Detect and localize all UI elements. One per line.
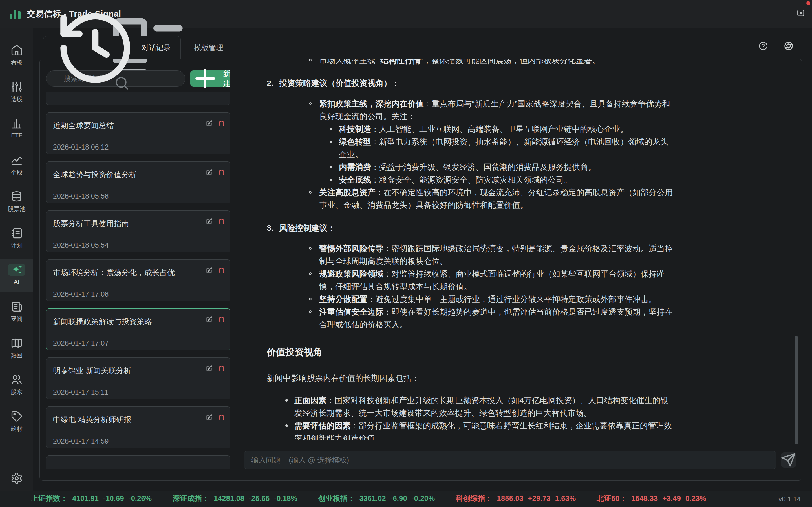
conversation-card[interactable]: 新闻联播政策解读与投资策略2026-01-17 17:07 [46, 308, 231, 350]
new-button-label: 新建 [223, 69, 231, 89]
chat-block-li-circle: 关注高股息资产：在不确定性较高的环境中，现金流充沛、分红记录稳定的高股息资产（如… [308, 186, 675, 212]
conversation-date: 2026-01-17 17:08 [53, 290, 223, 298]
sidebar-item-AI[interactable]: AI [0, 259, 33, 292]
conversation-card[interactable] [46, 455, 231, 469]
conversation-card[interactable]: 股票分析工具使用指南2026-01-18 05:54 [46, 210, 231, 252]
edit-icon[interactable] [206, 120, 213, 127]
chat-block-li-circle: 市场大概率主线 “结构性行情”，整体指数可能区间震荡，但内部板块分化显著。 [308, 59, 675, 67]
conversation-card[interactable]: 近期全球要闻总结2026-01-18 06:12 [46, 112, 231, 154]
new-conversation-button[interactable]: 新建 [190, 70, 231, 87]
conversation-card[interactable]: 明泰铝业 新闻关联分析2026-01-17 15:11 [46, 357, 231, 399]
plan-icon [8, 227, 26, 239]
delete-icon[interactable] [218, 169, 225, 176]
index-label: 深证成指： [172, 494, 209, 504]
conversation-date: 2026-01-17 15:11 [53, 388, 223, 396]
sidebar-item-热图[interactable]: 热图 [0, 332, 33, 365]
main-area: 对话记录 模板管理 新建 2026-01-18 06:13近期全球要闻总结202… [33, 28, 812, 491]
index-quote: 深证成指：14281.08-25.65-0.18% [172, 494, 297, 504]
sidebar-item-看板[interactable]: 看板 [0, 40, 33, 73]
notification-dot [806, 1, 810, 5]
delete-icon[interactable] [218, 365, 225, 372]
conversation-card[interactable]: 市场环境分析：震荡分化，成长占优2026-01-17 17:08 [46, 260, 231, 301]
news-icon [8, 300, 26, 313]
chat-block-li-square: 安全底线：粮食安全、能源资源安全、防灾减灾相关领域的公司。 [329, 173, 675, 186]
settings-button[interactable] [8, 472, 26, 485]
top-right-icons [758, 41, 794, 51]
send-button[interactable] [781, 452, 796, 467]
market-index-footer: 上证指数：4101.91-10.69-0.26%深证成指：14281.08-25… [0, 491, 812, 507]
edit-icon[interactable] [206, 267, 213, 274]
tab-label: 对话记录 [142, 43, 171, 53]
conversation-card[interactable]: 2026-01-18 06:13 [46, 92, 231, 105]
delete-icon[interactable] [218, 316, 225, 323]
conversation-title: 市场环境分析：震荡分化，成长占优 [53, 268, 223, 278]
edit-icon[interactable] [206, 316, 213, 323]
conversation-date: 2026-01-18 05:54 [53, 241, 223, 249]
sidebar-item-要闻[interactable]: 要闻 [0, 296, 33, 329]
theme-icon[interactable] [784, 41, 794, 51]
etf-icon [8, 117, 26, 129]
chat-scrollbar-thumb[interactable] [795, 336, 798, 445]
sidebar-item-label: ETF [11, 132, 22, 138]
bullet-marker [330, 141, 332, 143]
tab-content: 新建 2026-01-18 06:13近期全球要闻总结2026-01-18 06… [40, 59, 802, 481]
conversation-panel: 新建 2026-01-18 06:13近期全球要闻总结2026-01-18 06… [40, 59, 238, 480]
bullet-marker [309, 311, 312, 313]
delete-icon[interactable] [218, 267, 225, 274]
sidebar-item-ETF[interactable]: ETF [0, 113, 33, 146]
conversation-card[interactable]: 全球趋势与投资价值分析2026-01-18 05:58 [46, 161, 231, 203]
chat-block-li-circle: 紧扣政策主线，深挖内在价值：重点布局与“新质生产力”国家战略深度契合、且具备持续… [308, 98, 675, 123]
tag-icon [8, 410, 26, 422]
edit-icon[interactable] [206, 414, 213, 421]
sidebar-item-股票池[interactable]: 股票池 [0, 186, 33, 219]
index-label: 创业板指： [318, 494, 355, 504]
bullet-marker [330, 128, 332, 130]
sidebar-item-计划[interactable]: 计划 [0, 223, 33, 256]
conversation-title: 近期全球要闻总结 [53, 121, 223, 131]
sidebar-item-个股[interactable]: 个股 [0, 149, 33, 182]
index-pct: -0.26% [129, 494, 152, 503]
sidebar-item-题材[interactable]: 题材 [0, 406, 33, 439]
delete-icon[interactable] [218, 218, 225, 225]
chat-block-li-dot: 正面因素：国家对科技创新和产业升级的长期巨额资本投入（如4万亿电网投资）、人口结… [285, 394, 675, 419]
question-input[interactable] [244, 451, 776, 469]
chat-block-ol-num: 3.风险控制建议： [267, 222, 675, 234]
conversation-card[interactable]: 中绿电 精英分析师研报2026-01-17 14:59 [46, 406, 231, 448]
edit-icon[interactable] [206, 169, 213, 176]
sidebar-item-label: 计划 [11, 242, 22, 249]
users-icon [8, 374, 26, 386]
chat-block-h2: 价值投资视角 [267, 346, 675, 358]
index-pct: 0.23% [686, 494, 706, 503]
conversation-date: 2026-01-17 17:07 [53, 339, 223, 347]
history-icon [53, 6, 138, 90]
conversation-list: 2026-01-18 06:13近期全球要闻总结2026-01-18 06:12… [46, 92, 231, 469]
sidebar-item-股东[interactable]: 股东 [0, 369, 33, 402]
chat-block-p: 新闻中影响股票内在价值的长期因素包括： [267, 372, 675, 385]
bullet-marker [285, 425, 288, 427]
bullet-marker [330, 179, 332, 181]
conversation-title: 股票分析工具使用指南 [53, 219, 223, 229]
index-change: -25.65 [249, 494, 270, 503]
home-icon [8, 44, 26, 56]
help-icon[interactable] [758, 41, 768, 51]
bullet-marker [309, 59, 312, 61]
chat-block-li-circle: 规避政策风险领域：对监管持续收紧、商业模式面临调整的行业（如某些互联网平台领域）… [308, 268, 675, 293]
bullet-marker [330, 166, 332, 168]
bullet-marker [309, 191, 312, 193]
index-label: 科创综指： [456, 494, 492, 504]
delete-icon[interactable] [218, 120, 225, 127]
index-change: -10.69 [103, 494, 124, 503]
index-value: 1855.03 [497, 494, 523, 503]
edit-icon[interactable] [206, 218, 213, 225]
edit-icon[interactable] [206, 365, 213, 372]
sidebar-item-选股[interactable]: 选股 [0, 76, 33, 109]
conversation-title: 明泰铝业 新闻关联分析 [53, 365, 223, 376]
window-close-icon[interactable] [796, 8, 805, 17]
tab-label: 模板管理 [194, 43, 223, 53]
composer [244, 451, 796, 469]
chat-panel: 市场大概率主线 “结构性行情”，整体指数可能区间震荡，但内部板块分化显著。2.投… [238, 59, 802, 480]
conversation-title: 中绿电 精英分析师研报 [53, 414, 223, 425]
index-label: 上证指数： [31, 494, 68, 504]
tab-conversations[interactable]: 对话记录 [43, 36, 181, 59]
delete-icon[interactable] [218, 414, 225, 421]
